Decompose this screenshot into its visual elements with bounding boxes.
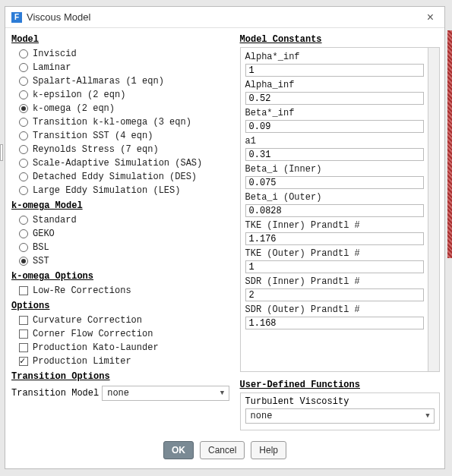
constant-input[interactable]: 0.31 — [245, 148, 424, 161]
komega-model-option[interactable]: BSL — [11, 241, 229, 254]
titlebar: F Viscous Model × — [5, 7, 444, 28]
help-button[interactable]: Help — [251, 441, 286, 459]
constant-label: TKE (Outer) Prandtl # — [245, 247, 435, 260]
model-option[interactable]: Transition k-kl-omega (3 eqn) — [11, 115, 229, 129]
checkbox-icon — [19, 316, 28, 325]
model-label: Spalart-Allmaras (1 eqn) — [33, 76, 164, 87]
checkbox-icon — [19, 286, 28, 295]
radio-icon — [19, 118, 28, 127]
model-label: Reynolds Stress (7 eqn) — [33, 144, 159, 155]
radio-icon — [19, 104, 28, 113]
model-label: k-epsilon (2 eqn) — [33, 90, 125, 100]
constant-label: Beta*_inf — [245, 107, 435, 119]
section-options: Options — [11, 301, 229, 311]
komega-model-label: BSL — [33, 242, 49, 253]
komega-option-label: Low-Re Corrections — [33, 285, 131, 296]
komega-model-label: SST — [33, 256, 49, 266]
model-label: Inviscid — [33, 49, 77, 59]
model-option[interactable]: k-epsilon (2 eqn) — [11, 88, 229, 102]
constant-input[interactable]: 0.09 — [245, 120, 424, 133]
section-model: Model — [11, 34, 229, 45]
radio-icon — [19, 77, 28, 86]
viscous-model-dialog: F Viscous Model × Model InviscidLaminarS… — [5, 6, 445, 469]
model-option[interactable]: Inviscid — [11, 47, 229, 61]
checkbox-icon — [19, 329, 28, 339]
constant-label: Alpha*_inf — [245, 51, 435, 63]
transition-model-dropdown[interactable]: none ▼ — [102, 386, 229, 401]
constant-label: Beta_i (Inner) — [245, 163, 435, 175]
model-label: Laminar — [33, 62, 71, 73]
komega-model-option[interactable]: SST — [11, 254, 229, 268]
transition-model-label: Transition Model — [11, 388, 99, 399]
model-label: Large Eddy Simulation (LES) — [33, 185, 180, 196]
komega-model-option[interactable]: GEKO — [11, 227, 229, 241]
model-label: Transition SST (4 eqn) — [33, 131, 153, 141]
model-label: k-omega (2 eqn) — [33, 103, 115, 114]
ok-button[interactable]: OK — [163, 441, 194, 459]
model-label: Scale-Adaptive Simulation (SAS) — [33, 158, 202, 169]
udf-viscosity-value: none — [246, 411, 422, 421]
constant-label: TKE (Inner) Prandtl # — [245, 219, 435, 232]
model-option[interactable]: k-omega (2 eqn) — [11, 102, 229, 115]
constant-input[interactable]: 0.075 — [245, 176, 424, 189]
constants-panel: Alpha*_inf1Alpha_inf0.52Beta*_inf0.09a10… — [240, 47, 440, 372]
app-icon: F — [11, 12, 22, 23]
checkbox-icon — [19, 357, 28, 366]
option-label: Curvature Correction — [33, 315, 142, 326]
radio-icon — [19, 90, 28, 99]
option-option[interactable]: Production Limiter — [11, 355, 229, 368]
constant-input[interactable]: 1.176 — [245, 232, 424, 245]
option-label: Production Kato-Launder — [33, 342, 159, 353]
checkbox-icon — [19, 343, 28, 352]
radio-icon — [19, 131, 28, 140]
option-option[interactable]: Production Kato-Launder — [11, 341, 229, 355]
constant-label: Beta_i (Outer) — [245, 191, 435, 203]
model-option[interactable]: Spalart-Allmaras (1 eqn) — [11, 74, 229, 88]
radio-icon — [19, 229, 28, 238]
constant-input[interactable]: 0.52 — [245, 92, 424, 105]
constant-input[interactable]: 0.0828 — [245, 204, 424, 217]
model-option[interactable]: Laminar — [11, 61, 229, 74]
model-label: Transition k-kl-omega (3 eqn) — [33, 117, 191, 128]
radio-icon — [19, 216, 28, 225]
close-icon[interactable]: × — [422, 9, 438, 26]
komega-model-option[interactable]: Standard — [11, 213, 229, 227]
constant-input[interactable]: 1 — [245, 64, 424, 77]
constant-input[interactable]: 1 — [245, 260, 424, 273]
radio-icon — [19, 159, 28, 168]
model-option[interactable]: Reynolds Stress (7 eqn) — [11, 143, 229, 156]
section-komega-options: k-omega Options — [11, 271, 229, 282]
cancel-button[interactable]: Cancel — [200, 441, 245, 459]
constant-label: SDR (Outer) Prandtl # — [245, 304, 435, 316]
model-label: Detached Eddy Simulation (DES) — [33, 172, 197, 182]
radio-icon — [19, 145, 28, 154]
chevron-down-icon: ▼ — [422, 412, 434, 420]
komega-option-option[interactable]: Low-Re Corrections — [11, 284, 229, 298]
section-komega-model: k-omega Model — [11, 200, 229, 211]
udf-viscosity-dropdown[interactable]: none ▼ — [245, 408, 435, 424]
constant-label: SDR (Inner) Prandtl # — [245, 276, 435, 288]
komega-model-label: Standard — [33, 215, 77, 225]
option-option[interactable]: Curvature Correction — [11, 314, 229, 327]
model-option[interactable]: Large Eddy Simulation (LES) — [11, 184, 229, 197]
radio-icon — [19, 257, 28, 266]
constant-label: a1 — [245, 135, 435, 147]
model-option[interactable]: Scale-Adaptive Simulation (SAS) — [11, 156, 229, 170]
constant-label: Alpha_inf — [245, 79, 435, 91]
komega-model-label: GEKO — [33, 229, 55, 239]
radio-icon — [19, 243, 28, 252]
section-transition: Transition Options — [11, 371, 229, 382]
option-option[interactable]: Corner Flow Correction — [11, 327, 229, 341]
section-udf: User-Defined Functions — [240, 380, 440, 390]
model-option[interactable]: Detached Eddy Simulation (DES) — [11, 170, 229, 184]
option-label: Production Limiter — [33, 356, 131, 367]
transition-model-value: none — [103, 388, 216, 399]
constant-input[interactable]: 2 — [245, 288, 424, 301]
option-label: Corner Flow Correction — [33, 329, 153, 339]
radio-icon — [19, 63, 28, 72]
radio-icon — [19, 172, 28, 181]
radio-icon — [19, 186, 28, 195]
constant-input[interactable]: 1.168 — [245, 317, 424, 329]
model-option[interactable]: Transition SST (4 eqn) — [11, 129, 229, 143]
udf-viscosity-label: Turbulent Viscosity — [245, 396, 435, 407]
